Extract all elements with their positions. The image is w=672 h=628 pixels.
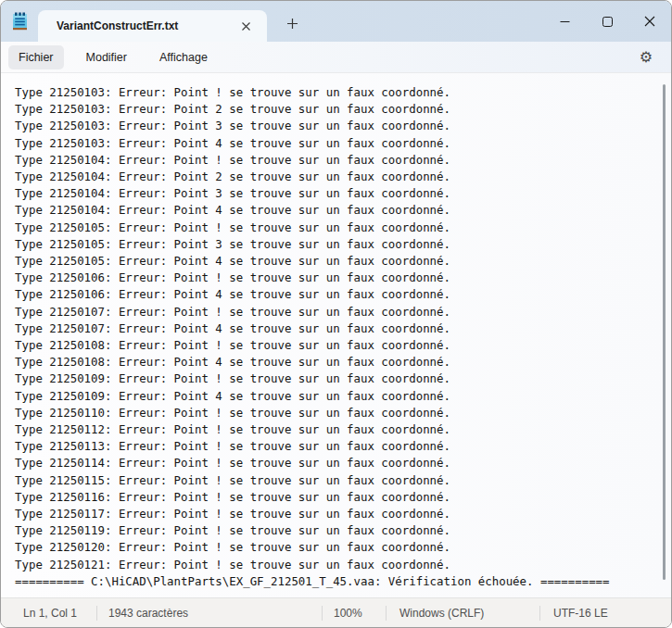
- text-editor[interactable]: Type 21250103: Erreur: Point ! se trouve…: [1, 73, 671, 597]
- log-line: Type 21250105: Erreur: Point 3 se trouve…: [15, 236, 653, 253]
- log-line: Type 21250103: Erreur: Point 2 se trouve…: [15, 101, 653, 118]
- tab-title: VariantConstructErr.txt: [57, 19, 234, 32]
- app-icon-container: [1, 1, 38, 42]
- log-line: Type 21250107: Erreur: Point ! se trouve…: [15, 304, 653, 320]
- log-line: Type 21250106: Erreur: Point ! se trouve…: [15, 270, 653, 286]
- log-line: Type 21250104: Erreur: Point 3 se trouve…: [15, 185, 653, 202]
- log-line: Type 21250103: Erreur: Point 4 se trouve…: [15, 135, 653, 152]
- minimize-icon: [560, 17, 570, 27]
- log-line: Type 21250120: Erreur: Point ! se trouve…: [15, 539, 653, 556]
- notepad-window: VariantConstructErr.txt: [0, 0, 672, 628]
- menu-item-fichier[interactable]: Fichier: [8, 45, 64, 69]
- log-line: Type 21250110: Erreur: Point ! se trouve…: [15, 405, 653, 421]
- log-line: Type 21250107: Erreur: Point 4 se trouve…: [15, 320, 653, 337]
- log-line: Type 21250108: Erreur: Point 4 se trouve…: [15, 354, 653, 371]
- menu-item-affichage[interactable]: Affichage: [149, 45, 218, 69]
- log-line: Type 21250115: Erreur: Point ! se trouve…: [15, 472, 653, 489]
- new-tab-button[interactable]: [278, 9, 306, 37]
- notepad-icon: [12, 12, 28, 31]
- minimize-button[interactable]: [543, 1, 586, 42]
- log-line: Type 21250105: Erreur: Point 4 se trouve…: [15, 253, 653, 270]
- tab-close-icon[interactable]: [234, 14, 258, 38]
- maximize-icon: [602, 17, 613, 27]
- log-line: Type 21250113: Erreur: Point ! se trouve…: [15, 438, 653, 455]
- log-line: Type 21250105: Erreur: Point ! se trouve…: [15, 220, 653, 236]
- log-line: Type 21250114: Erreur: Point ! se trouve…: [15, 455, 653, 471]
- log-line: Type 21250112: Erreur: Point ! se trouve…: [15, 421, 653, 438]
- encoding[interactable]: UTF-16 LE: [540, 607, 671, 620]
- log-line: Type 21250119: Erreur: Point ! se trouve…: [15, 522, 653, 539]
- log-line: Type 21250106: Erreur: Point 4 se trouve…: [15, 286, 653, 303]
- character-count: 1943 caractères: [97, 607, 322, 620]
- statusbar: Ln 1, Col 1 1943 caractères 100% Windows…: [1, 597, 671, 627]
- menu-item-modifier[interactable]: Modifier: [76, 45, 137, 69]
- log-line: Type 21250117: Erreur: Point ! se trouve…: [15, 506, 653, 522]
- log-line: Type 21250103: Erreur: Point 3 se trouve…: [15, 118, 653, 134]
- gear-icon[interactable]: ⚙: [632, 44, 660, 71]
- line-endings[interactable]: Windows (CRLF): [387, 607, 539, 620]
- log-line: Type 21250103: Erreur: Point ! se trouve…: [15, 84, 653, 101]
- vertical-scrollbar[interactable]: [663, 84, 666, 580]
- log-line: Type 21250104: Erreur: Point 2 se trouve…: [15, 169, 653, 185]
- plus-icon: [286, 18, 298, 30]
- window-controls: [543, 1, 671, 42]
- log-line: Type 21250104: Erreur: Point ! se trouve…: [15, 152, 653, 169]
- log-line: Type 21250116: Erreur: Point ! se trouve…: [15, 489, 653, 506]
- titlebar[interactable]: VariantConstructErr.txt: [1, 1, 671, 42]
- close-icon: [644, 16, 655, 27]
- log-line: ========== C:\HiCAD\PlantParts\EX_GF_212…: [15, 573, 653, 590]
- log-line: Type 21250109: Erreur: Point ! se trouve…: [15, 371, 653, 387]
- cursor-position: Ln 1, Col 1: [1, 607, 96, 620]
- menubar: Fichier Modifier Affichage ⚙: [1, 42, 671, 73]
- log-line: Type 21250109: Erreur: Point 4 se trouve…: [15, 388, 653, 405]
- tab-variantconstructerr[interactable]: VariantConstructErr.txt: [38, 10, 267, 42]
- log-line: Type 21250104: Erreur: Point 4 se trouve…: [15, 202, 653, 219]
- close-button[interactable]: [628, 1, 671, 42]
- log-line: Type 21250121: Erreur: Point ! se trouve…: [15, 557, 653, 573]
- log-line: Type 21250108: Erreur: Point ! se trouve…: [15, 337, 653, 354]
- zoom-level[interactable]: 100%: [323, 607, 386, 620]
- maximize-button[interactable]: [586, 1, 628, 42]
